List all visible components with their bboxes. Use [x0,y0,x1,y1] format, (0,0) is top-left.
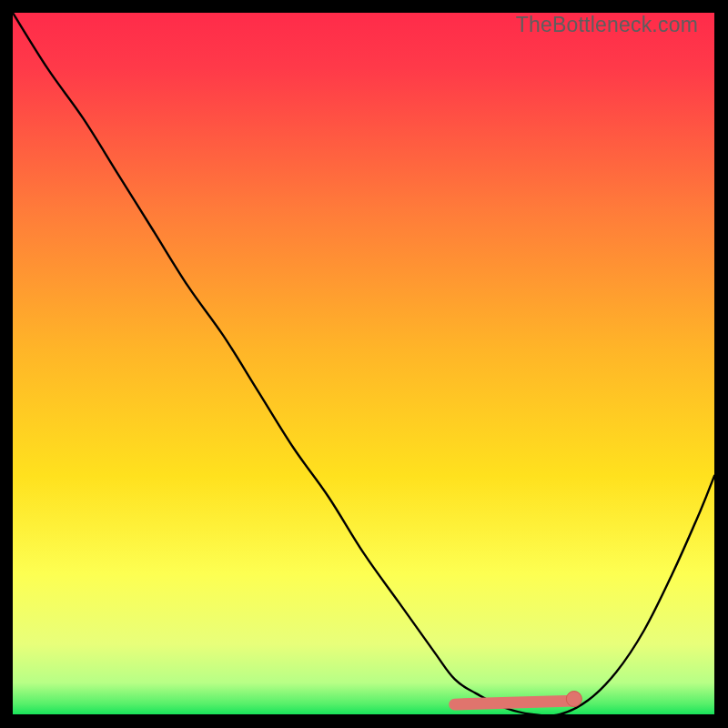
optimal-band-line [455,701,574,704]
optimal-point-dot [566,692,581,707]
gradient-background [13,13,714,714]
chart-svg [13,13,714,714]
chart-frame: TheBottleneck.com [13,13,714,714]
watermark-text: TheBottleneck.com [516,13,698,37]
optimal-point-marker [566,692,581,707]
optimal-band-marker [455,701,574,704]
